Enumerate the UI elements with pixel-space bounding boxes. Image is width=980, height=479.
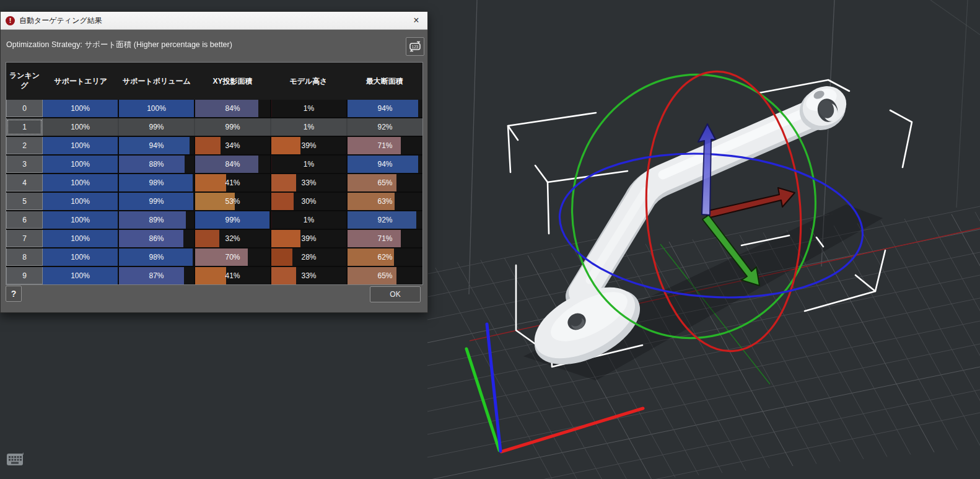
keyboard-shortcuts-button[interactable] [5, 451, 25, 467]
metric-cell[interactable]: 65% [348, 174, 422, 191]
rank-cell[interactable]: 0 [6, 100, 43, 117]
table-row[interactable]: 1100%99%99%1%92% [6, 118, 422, 137]
metric-cell[interactable]: 53% [195, 193, 271, 210]
metric-cell[interactable]: 100% [43, 156, 119, 173]
metric-cell[interactable]: 100% [43, 100, 119, 117]
metric-cell[interactable]: 98% [119, 248, 195, 266]
help-button[interactable]: ? [6, 286, 22, 302]
table-row[interactable]: 2100%94%34%39%71% [6, 137, 422, 156]
metric-cell[interactable]: 33% [271, 174, 348, 191]
metric-cell[interactable]: 100% [43, 137, 119, 154]
metric-cell[interactable]: 86% [119, 230, 195, 247]
application-window: ! 自動ターゲティング結果 × Optimization Strategy: サ… [0, 0, 980, 479]
metric-value: 94% [348, 100, 422, 117]
metric-cell[interactable]: 28% [271, 248, 348, 266]
metric-cell[interactable]: 100% [43, 211, 119, 229]
metric-cell[interactable]: 98% [119, 174, 195, 191]
rank-cell[interactable]: 6 [6, 211, 43, 229]
metric-value: 70% [195, 248, 270, 266]
metric-cell[interactable]: 94% [348, 156, 422, 173]
table-row[interactable]: 5100%99%53%30%63% [6, 193, 422, 211]
table-row[interactable]: 4100%98%41%33%65% [6, 174, 422, 193]
optimization-strategy-label: Optimization Strategy: サポート面積 (Higher pe… [6, 40, 232, 50]
show-values-toggle-button[interactable]: 123 [406, 37, 424, 56]
metric-cell[interactable]: 87% [119, 267, 195, 284]
rank-cell[interactable]: 8 [6, 248, 43, 266]
metric-cell[interactable]: 70% [195, 248, 271, 266]
table-row[interactable]: 7100%86%32%39%71% [6, 230, 422, 248]
metric-value: 1% [271, 156, 346, 173]
rank-cell[interactable]: 9 [6, 267, 43, 284]
column-header[interactable]: サポートボリューム [119, 63, 195, 100]
metric-cell[interactable]: 99% [195, 118, 271, 136]
rank-cell[interactable]: 4 [6, 174, 43, 191]
metric-cell[interactable]: 92% [348, 118, 422, 136]
rank-cell[interactable]: 3 [6, 156, 43, 173]
metric-value: 94% [119, 137, 194, 154]
metric-value: 63% [348, 193, 422, 210]
metric-cell[interactable]: 100% [43, 267, 119, 284]
metric-value: 39% [271, 137, 346, 154]
metric-cell[interactable]: 84% [195, 156, 271, 173]
metric-cell[interactable]: 63% [348, 193, 422, 210]
metric-cell[interactable]: 88% [119, 156, 195, 173]
metric-cell[interactable]: 100% [43, 248, 119, 266]
metric-cell[interactable]: 94% [119, 137, 195, 154]
metric-cell[interactable]: 99% [119, 118, 195, 136]
metric-cell[interactable]: 84% [195, 100, 271, 117]
column-header[interactable]: 最大断面積 [346, 63, 422, 100]
ok-button[interactable]: OK [370, 286, 421, 302]
table-row[interactable]: 6100%89%99%1%92% [6, 211, 422, 230]
column-header[interactable]: XY投影面積 [195, 63, 271, 100]
metric-value: 99% [119, 193, 194, 210]
table-row[interactable]: 8100%98%70%28%62% [6, 248, 422, 267]
metric-cell[interactable]: 39% [271, 137, 348, 154]
metric-cell[interactable]: 100% [43, 230, 119, 247]
metric-cell[interactable]: 99% [119, 193, 195, 210]
metric-cell[interactable]: 89% [119, 211, 195, 229]
metric-value: 62% [348, 248, 422, 266]
metric-cell[interactable]: 32% [195, 230, 271, 247]
table-row[interactable]: 9100%87%41%33%65% [6, 267, 422, 284]
metric-cell[interactable]: 71% [348, 230, 422, 247]
metric-cell[interactable]: 39% [271, 230, 348, 247]
metric-cell[interactable]: 41% [195, 174, 271, 191]
metric-cell[interactable]: 99% [195, 211, 271, 229]
metric-cell[interactable]: 92% [348, 211, 422, 229]
metric-cell[interactable]: 100% [43, 174, 119, 191]
rank-cell[interactable]: 5 [6, 193, 43, 210]
metric-cell[interactable]: 1% [271, 100, 348, 117]
metric-cell[interactable]: 100% [119, 100, 195, 117]
table-row[interactable]: 0100%100%84%1%94% [6, 100, 422, 118]
column-header[interactable]: モデル高さ [271, 63, 347, 100]
metric-cell[interactable]: 1% [271, 211, 348, 229]
metric-value: 100% [43, 267, 118, 284]
metric-cell[interactable]: 71% [348, 137, 422, 154]
metric-cell[interactable]: 34% [195, 137, 271, 154]
rank-cell[interactable]: 2 [6, 137, 43, 154]
column-header[interactable]: サポートエリア [43, 63, 119, 100]
metric-cell[interactable]: 100% [43, 193, 119, 210]
metric-cell[interactable]: 94% [348, 100, 422, 117]
metric-cell[interactable]: 1% [271, 156, 348, 173]
table-row[interactable]: 3100%88%84%1%94% [6, 156, 422, 174]
metric-cell[interactable]: 65% [348, 267, 422, 284]
column-header[interactable]: ランキング [6, 63, 43, 100]
close-icon[interactable]: × [410, 14, 422, 27]
metric-value: 100% [43, 100, 118, 117]
metric-cell[interactable]: 41% [195, 267, 271, 284]
rank-cell[interactable]: 1 [6, 118, 43, 136]
metric-value: 92% [348, 118, 422, 136]
dialog-titlebar[interactable]: ! 自動ターゲティング結果 × [1, 12, 427, 30]
metric-cell[interactable]: 1% [271, 118, 348, 136]
metric-cell[interactable]: 100% [43, 118, 119, 136]
metric-cell[interactable]: 62% [348, 248, 422, 266]
metric-cell[interactable]: 30% [271, 193, 348, 210]
metric-value: 84% [195, 100, 270, 117]
metric-value: 92% [348, 211, 422, 229]
rank-cell[interactable]: 7 [6, 230, 43, 247]
table-body: 0100%100%84%1%94%1100%99%99%1%92%2100%94… [6, 100, 422, 284]
metric-cell[interactable]: 33% [271, 267, 348, 284]
metric-value: 100% [43, 156, 118, 173]
metric-value: 87% [119, 267, 194, 284]
